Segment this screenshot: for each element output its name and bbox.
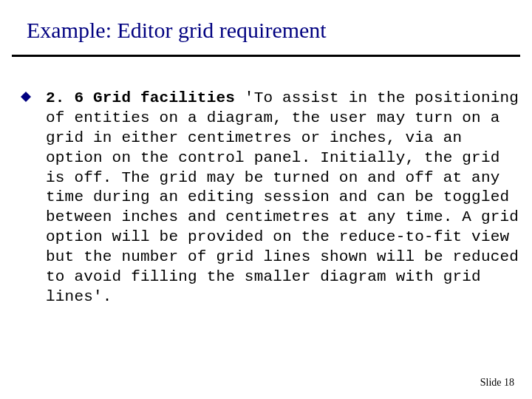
slide: Example: Editor grid requirement 2. 6 Gr… xyxy=(0,0,532,399)
slide-title: Example: Editor grid requirement xyxy=(27,18,327,43)
requirement-body: 'To assist in the positioning of entitie… xyxy=(46,89,519,305)
diamond-bullet-icon xyxy=(21,92,35,102)
horizontal-rule xyxy=(12,55,520,57)
svg-marker-0 xyxy=(21,92,31,102)
footer-slide-number: 18 xyxy=(504,377,514,388)
slide-body: 2. 6 Grid facilities 'To assist in the p… xyxy=(21,89,520,307)
slide-footer: Slide 18 xyxy=(480,377,514,389)
requirement-text: 2. 6 Grid facilities 'To assist in the p… xyxy=(46,89,520,307)
bullet-item: 2. 6 Grid facilities 'To assist in the p… xyxy=(21,89,520,307)
footer-slide-word: Slide xyxy=(480,377,502,388)
requirement-label: 2. 6 Grid facilities xyxy=(46,89,235,106)
